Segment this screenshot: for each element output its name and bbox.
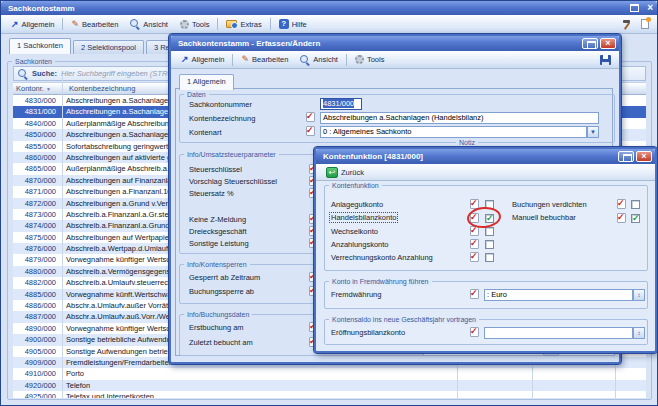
row-kontenbezeichnung: Abschreibungen auf aktivierte ge xyxy=(59,152,175,163)
wechselkonto-label: Wechselkonto xyxy=(331,227,378,236)
buchungen-verdichten-checkbox[interactable] xyxy=(631,200,640,209)
search-icon xyxy=(18,69,28,79)
row-kontenbezeichnung: Sonstige Aufwendungen betrieblic xyxy=(59,346,179,357)
magnifier-icon xyxy=(130,19,140,29)
zuletzt-bebucht-label: Zuletzt bebucht am xyxy=(189,338,253,347)
erstbuchung-label: Erstbuchung am xyxy=(189,323,244,332)
row-kontonr: 4886/000 xyxy=(13,300,59,311)
field-check-icon[interactable] xyxy=(306,126,315,136)
menu-tools[interactable]: Tools xyxy=(349,53,391,66)
gear-icon xyxy=(180,20,189,29)
edit-titlebar[interactable]: Sachkontenstamm - Erfassen/Ändern xyxy=(171,36,619,51)
group-caption: Kontensaldo ins neue Geschäftsjahr vortr… xyxy=(329,316,479,324)
toolbar-separator xyxy=(232,54,233,66)
row-kontonr: 4831/000 xyxy=(13,106,59,117)
verrechnungskonto-label: Verrechnungskonto Anzahlung xyxy=(331,253,433,262)
notiz-caption: Notiz xyxy=(456,139,478,147)
kontenart-select[interactable]: 0 : Allgemeines Sachkonto xyxy=(320,126,587,138)
row-kontonr: 4830/000 xyxy=(13,95,59,106)
folder-icon xyxy=(226,20,237,28)
close-icon[interactable]: × xyxy=(647,2,653,14)
menu-ansicht[interactable]: Ansicht xyxy=(294,53,344,67)
keine-z-meldung-label: Keine Z-Meldung xyxy=(189,215,246,224)
dreiecksgeschaeft-label: Dreiecksgeschäft xyxy=(189,227,247,236)
row-kontenbezeichnung: Abschreibungen a.Finanzanl.100% xyxy=(59,186,182,197)
wechselkonto-checkbox[interactable] xyxy=(485,227,494,236)
steuerschluessel-label: Steuerschlüssel xyxy=(189,165,242,174)
row-kontonr: 4873/000 xyxy=(13,209,59,220)
sort-desc-icon: ▼ xyxy=(46,86,51,92)
menu-extras[interactable]: Extras xyxy=(220,18,267,31)
main-titlebar[interactable]: Sachkontostamm × xyxy=(1,1,657,15)
anzahlungskonto-checkbox[interactable] xyxy=(485,240,494,249)
row-kontenbezeichnung: Telefax und Internetkosten xyxy=(59,391,154,398)
row-kontenbezeichnung: Außerplanmäßige Abschreib.a.akt xyxy=(59,163,179,174)
sachkontonummer-input[interactable]: 4831/000 xyxy=(320,98,362,110)
row-kontonr: 4880/000 xyxy=(13,266,59,277)
buchungssperre-label: Buchungssperre ab xyxy=(189,287,254,296)
manuell-bebuchbar-checkbox[interactable] xyxy=(631,214,640,223)
menu-bearbeiten[interactable]: ✎ Bearbeiten xyxy=(235,53,294,66)
restore-icon[interactable] xyxy=(630,4,639,12)
row-kontonr: 4855/000 xyxy=(13,141,59,152)
new-page-icon[interactable] xyxy=(641,19,649,29)
restore-button[interactable] xyxy=(618,151,634,162)
menu-ansicht[interactable]: Ansicht xyxy=(124,17,174,31)
manuell-bebuchbar-label: Manuell bebuchbar xyxy=(512,213,576,222)
field-check-icon[interactable] xyxy=(470,289,479,299)
field-check-icon[interactable] xyxy=(306,112,315,122)
eroeffnungsbilanzkonto-select[interactable] xyxy=(484,327,633,339)
close-button[interactable] xyxy=(636,151,652,162)
row-kontenbezeichnung: Telefon xyxy=(59,380,90,391)
row-kontonr: 4874/000 xyxy=(13,220,59,231)
tab-sachkonten[interactable]: 1 Sachkonten xyxy=(9,38,71,54)
edit-toolbar: ↗ Allgemein ✎ Bearbeiten Ansicht Tools xyxy=(171,51,619,69)
hammer-icon[interactable] xyxy=(621,19,632,30)
menu-hilfe[interactable]: Hilfe xyxy=(273,17,313,31)
dropdown-arrow-icon[interactable]: ▼ xyxy=(587,126,599,138)
kontenfunktion-window: Kontenfunktion [4831/000] Zurück Kontenf… xyxy=(314,147,657,353)
table-row[interactable]: 4910/000Porto xyxy=(13,368,646,379)
save-icon[interactable] xyxy=(600,55,611,65)
row-kontonr: 4920/000 xyxy=(13,380,59,391)
column-kontonr[interactable]: Kontonr. ▼ xyxy=(13,83,62,94)
restore-button[interactable] xyxy=(582,38,598,49)
row-kontonr: 4882/000 xyxy=(13,277,59,288)
fremdwaehrung-select[interactable]: : Euro xyxy=(484,289,633,301)
row-kontenbezeichnung: Abschreib.a.Finanzanl.a.Gr.steue xyxy=(59,209,177,220)
group-caption: Sachkonten xyxy=(12,58,55,66)
menu-allgemein[interactable]: ↗ Allgemein xyxy=(5,18,60,31)
tab-allgemein[interactable]: 1 Allgemein xyxy=(179,74,234,90)
eroeffnungsbilanzkonto-label: Eröffnungsbilanzkonto xyxy=(331,328,405,337)
row-kontonr: 4872/000 xyxy=(13,198,59,209)
row-kontenbezeichnung: Vorwegnahme künftiger Wertschw xyxy=(59,254,180,265)
field-check-icon[interactable] xyxy=(470,252,479,262)
tab-selektionspool[interactable]: 2 Selektionspool xyxy=(73,40,144,54)
table-row[interactable]: 4925/000Telefax und Internetkosten xyxy=(13,391,646,398)
verrechnungskonto-checkbox[interactable] xyxy=(485,253,494,262)
field-check-icon[interactable] xyxy=(617,213,626,223)
kontenbezeichnung-input[interactable]: Abschreibungen a.Sachanlagen (Handelsbil… xyxy=(320,112,599,124)
row-kontenbezeichnung: Abschreib.a.Umlaufv.steuerrechtl xyxy=(59,277,176,288)
group-caption: Info/Kontensperren xyxy=(184,261,250,269)
field-check-icon[interactable] xyxy=(617,199,626,209)
search-label: Suche: xyxy=(32,69,57,78)
menu-allgemein[interactable]: ↗ Allgemein xyxy=(175,53,230,66)
menu-bearbeiten[interactable]: ✎ Bearbeiten xyxy=(65,18,124,31)
vorschlag-steuerschluessel-label: Vorschlag Steuerschlüssel xyxy=(189,177,277,186)
menu-tools[interactable]: Tools xyxy=(174,18,216,31)
row-kontonr: 4925/000 xyxy=(13,391,59,398)
close-button[interactable] xyxy=(600,38,616,49)
spinner-icon[interactable]: ↕ xyxy=(633,289,645,301)
magnifier-icon xyxy=(300,55,310,65)
search-placeholder: Hier Suchbegriff eingeben (STRG+S) xyxy=(61,69,185,78)
zurueck-button[interactable]: Zurück xyxy=(320,165,370,180)
field-check-icon[interactable] xyxy=(470,239,479,249)
spinner-icon[interactable]: ↕ xyxy=(633,327,645,339)
table-row[interactable]: 4920/000Telefon xyxy=(13,380,646,391)
func-titlebar[interactable]: Kontenfunktion [4831/000] xyxy=(316,149,655,164)
row-kontenbezeichnung: Abschreibungen a.Grund v.Verlus xyxy=(59,198,178,209)
field-check-icon[interactable] xyxy=(470,327,479,337)
row-kontonr: 4875/000 xyxy=(13,232,59,243)
main-window-title: Sachkontostamm xyxy=(8,4,75,13)
